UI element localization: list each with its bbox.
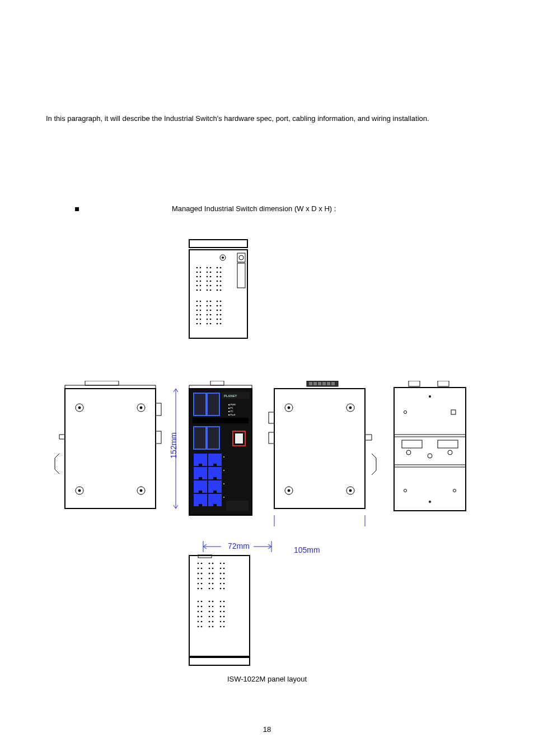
svg-point-46	[210, 301, 212, 302]
svg-point-128	[223, 497, 224, 498]
svg-point-161	[406, 450, 411, 455]
svg-point-17	[217, 272, 218, 273]
svg-point-201	[209, 583, 210, 585]
svg-point-202	[212, 583, 214, 585]
svg-point-239	[220, 621, 222, 623]
svg-point-51	[207, 305, 208, 307]
svg-point-227	[220, 611, 222, 613]
svg-point-198	[223, 578, 225, 580]
svg-point-155	[404, 411, 407, 414]
svg-point-220	[212, 606, 214, 608]
svg-point-225	[209, 611, 210, 613]
svg-point-178	[212, 563, 214, 564]
svg-point-237	[209, 621, 210, 623]
svg-point-233	[220, 616, 222, 618]
svg-point-143	[349, 407, 352, 409]
svg-point-54	[220, 305, 222, 307]
svg-point-62	[200, 314, 202, 316]
svg-point-52	[210, 305, 212, 307]
svg-point-33	[207, 285, 208, 287]
svg-point-127	[223, 483, 224, 484]
svg-point-223	[198, 611, 199, 613]
svg-point-183	[209, 568, 210, 570]
svg-point-192	[223, 573, 225, 575]
svg-rect-151	[409, 381, 420, 386]
svg-point-49	[196, 305, 198, 307]
svg-point-176	[201, 563, 203, 564]
svg-point-193	[198, 578, 199, 580]
svg-point-56	[200, 310, 202, 311]
svg-point-70	[210, 319, 212, 320]
svg-point-218	[201, 606, 203, 608]
svg-point-69	[207, 319, 208, 320]
svg-point-241	[198, 626, 199, 628]
svg-rect-121	[199, 491, 202, 493]
svg-rect-83	[156, 431, 161, 444]
svg-point-45	[207, 301, 208, 302]
svg-point-91	[140, 489, 142, 492]
svg-point-24	[220, 276, 222, 278]
svg-rect-117	[199, 464, 202, 466]
svg-point-196	[212, 578, 214, 580]
svg-point-40	[210, 290, 212, 291]
svg-point-219	[209, 606, 210, 608]
svg-point-59	[217, 310, 218, 311]
svg-point-205	[198, 588, 199, 590]
svg-point-31	[196, 285, 198, 287]
svg-point-38	[200, 290, 202, 291]
svg-point-10	[210, 267, 212, 269]
svg-point-230	[201, 616, 203, 618]
svg-rect-4	[237, 253, 245, 262]
svg-point-141	[288, 407, 290, 409]
svg-rect-122	[213, 491, 217, 493]
svg-point-209	[220, 588, 222, 590]
svg-point-168	[429, 501, 431, 503]
svg-point-44	[200, 301, 202, 302]
square-bullet-icon	[75, 207, 79, 211]
svg-point-5	[239, 255, 243, 260]
svg-rect-98	[194, 393, 206, 416]
svg-point-238	[212, 621, 214, 623]
svg-point-39	[207, 290, 208, 291]
svg-point-72	[220, 319, 222, 320]
svg-rect-6	[237, 263, 245, 288]
svg-point-214	[212, 601, 214, 603]
svg-point-191	[220, 573, 222, 575]
svg-point-20	[200, 276, 202, 278]
svg-point-64	[210, 314, 212, 316]
svg-point-9	[207, 267, 208, 269]
figure-row: PLANET ■ PWR ■ P1 ■ P2 ■ Fault	[53, 381, 484, 526]
svg-point-37	[196, 290, 198, 291]
svg-point-57	[207, 310, 208, 311]
svg-point-8	[200, 267, 202, 269]
figure-caption: ISW-1022M panel layout	[0, 675, 534, 683]
svg-point-208	[212, 588, 214, 590]
svg-point-186	[223, 568, 225, 570]
svg-point-229	[198, 616, 199, 618]
svg-point-204	[223, 583, 225, 585]
svg-rect-136	[331, 382, 335, 385]
svg-rect-108	[235, 433, 243, 444]
svg-rect-119	[199, 477, 202, 479]
svg-point-43	[196, 301, 198, 302]
svg-point-15	[207, 272, 208, 273]
svg-text:PLANET: PLANET	[224, 394, 237, 398]
svg-point-246	[223, 626, 225, 628]
svg-point-85	[78, 407, 81, 409]
svg-point-215	[220, 601, 222, 603]
svg-point-11	[217, 267, 218, 269]
svg-point-68	[200, 319, 202, 320]
svg-rect-105	[194, 427, 206, 449]
svg-rect-152	[438, 381, 449, 386]
svg-point-147	[349, 489, 352, 492]
svg-point-32	[200, 285, 202, 287]
svg-rect-153	[394, 388, 466, 511]
svg-point-47	[217, 301, 218, 302]
document-page: In this paragraph, it will describe the …	[0, 0, 534, 756]
svg-point-224	[201, 611, 203, 613]
svg-point-28	[210, 281, 212, 282]
svg-point-211	[198, 601, 199, 603]
svg-text:■ P1: ■ P1	[228, 407, 233, 409]
svg-rect-118	[213, 464, 217, 466]
svg-point-189	[209, 573, 210, 575]
